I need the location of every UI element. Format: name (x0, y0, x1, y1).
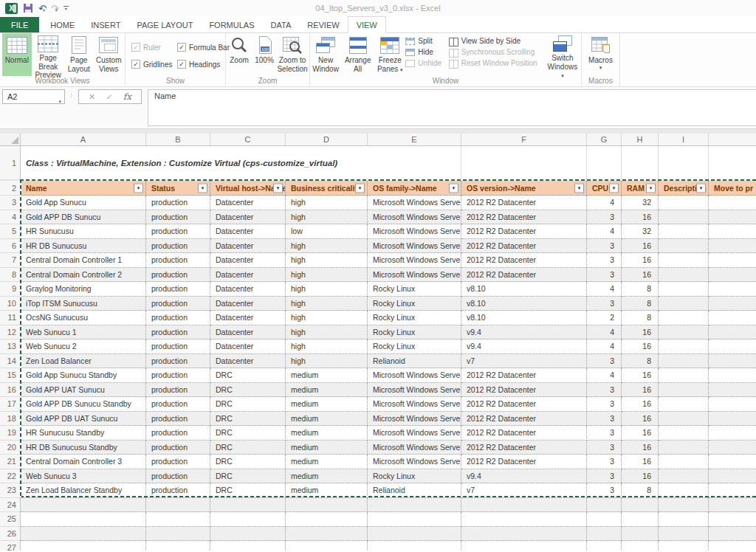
cell[interactable] (659, 239, 709, 254)
cell[interactable]: high (286, 311, 368, 325)
cell[interactable]: Datacenter (210, 210, 286, 225)
cell[interactable]: medium (286, 397, 368, 412)
cell[interactable] (709, 383, 756, 398)
cell[interactable] (461, 541, 587, 551)
cell[interactable] (709, 441, 756, 455)
cell[interactable]: 3 (587, 426, 622, 441)
cell[interactable]: 3 (587, 441, 622, 455)
row-number[interactable]: 19 (0, 426, 21, 441)
column-header-f[interactable]: F (461, 134, 587, 145)
cell[interactable] (210, 527, 286, 542)
sheet-title-cell[interactable]: Class : VirtualMachine, Extension : Cust… (21, 146, 368, 180)
cell[interactable]: 3 (587, 455, 622, 469)
cell[interactable] (659, 512, 709, 527)
cell[interactable] (587, 498, 622, 513)
filter-button[interactable]: ▼ (609, 183, 619, 193)
cell[interactable]: medium (286, 368, 368, 383)
cell[interactable]: 3 (587, 383, 622, 398)
cell[interactable]: Gold APP UAT Sunucu (21, 383, 146, 398)
cell[interactable] (146, 527, 210, 542)
cell[interactable] (146, 541, 210, 551)
row-number[interactable]: 27 (0, 541, 21, 551)
cell[interactable] (659, 311, 709, 325)
tab-data[interactable]: DATA (263, 17, 300, 32)
cell[interactable]: Rocky Linux (368, 282, 461, 297)
column-header-h[interactable]: H (622, 134, 659, 145)
cell[interactable]: Microsoft Windows Server (368, 210, 461, 225)
cell[interactable]: production (146, 224, 210, 239)
cell[interactable] (368, 541, 461, 551)
cell[interactable] (587, 146, 622, 180)
row-number[interactable]: 9 (0, 282, 21, 297)
cell[interactable] (709, 397, 756, 412)
cell[interactable] (368, 512, 461, 527)
row-number[interactable]: 17 (0, 397, 21, 412)
row-number[interactable]: 16 (0, 383, 21, 398)
tab-page-layout[interactable]: PAGE LAYOUT (128, 17, 201, 32)
cell[interactable]: production (146, 368, 210, 383)
cell[interactable] (659, 253, 709, 268)
cell[interactable]: Datacenter (210, 253, 286, 268)
cell[interactable]: 4 (587, 325, 622, 340)
cell[interactable]: 3 (587, 412, 622, 427)
cell[interactable]: high (286, 297, 368, 311)
cell[interactable]: production (146, 426, 210, 441)
cell[interactable]: 4 (587, 224, 622, 239)
excel-app-icon[interactable]: X (5, 3, 18, 14)
cell[interactable]: 16 (622, 469, 659, 484)
filter-button[interactable]: ▼ (696, 183, 706, 193)
cell[interactable]: Microsoft Windows Server (368, 397, 461, 412)
cell[interactable]: Datacenter (210, 282, 286, 297)
cell[interactable] (622, 498, 659, 513)
insert-function-icon[interactable]: fx (123, 92, 131, 102)
cell[interactable]: Gold App Sunucu (21, 196, 146, 210)
cell[interactable]: Microsoft Windows Server (368, 412, 461, 427)
row-number[interactable]: 6 (0, 239, 21, 254)
cell[interactable]: 4 (587, 282, 622, 297)
name-box-dropdown-icon[interactable]: ▾ (58, 95, 61, 108)
tab-home[interactable]: HOME (42, 17, 83, 32)
filter-button[interactable]: ▼ (273, 183, 283, 193)
cell[interactable]: 4 (587, 368, 622, 383)
cell[interactable] (659, 224, 709, 239)
cell[interactable] (709, 253, 756, 268)
cell[interactable] (622, 512, 659, 527)
cell[interactable] (709, 426, 756, 441)
row-number[interactable]: 1 (0, 146, 21, 180)
cell[interactable] (709, 498, 756, 513)
custom-views-button[interactable]: Custom Views (93, 33, 125, 76)
cell[interactable]: HR DB Sunucusu Standby (21, 441, 146, 455)
cell[interactable] (659, 383, 709, 398)
cell[interactable]: 2012 R2 Datacenter (461, 441, 587, 455)
header-cell-name[interactable]: Name▼ (21, 181, 146, 196)
filter-button[interactable]: ▼ (198, 183, 207, 193)
select-all-corner[interactable] (0, 134, 21, 145)
cell[interactable]: Datacenter (210, 224, 286, 239)
cell[interactable]: 2012 R2 Datacenter (461, 268, 587, 283)
cell[interactable]: Relianoid (368, 354, 461, 369)
normal-view-button[interactable]: Normal (2, 33, 32, 76)
cell[interactable] (368, 498, 461, 513)
cell[interactable] (709, 282, 756, 297)
column-header[interactable] (709, 134, 756, 145)
cell[interactable] (286, 527, 368, 542)
cell[interactable]: 2012 R2 Datacenter (461, 253, 587, 268)
page-layout-button[interactable]: Page Layout (65, 33, 93, 76)
cell[interactable] (461, 146, 587, 180)
undo-button[interactable]: ↶▾ (38, 1, 45, 15)
header-cell-description[interactable]: Description▼ (659, 181, 709, 196)
cell[interactable]: DRC (210, 441, 286, 455)
cell[interactable]: 8 (622, 297, 659, 311)
cell[interactable]: high (286, 354, 368, 369)
cell[interactable] (709, 368, 756, 383)
hide-button[interactable]: Hide (405, 48, 448, 56)
cell[interactable] (709, 541, 756, 551)
row-number[interactable]: 20 (0, 441, 21, 455)
row-number[interactable]: 23 (0, 483, 21, 498)
filter-button[interactable]: ▼ (646, 183, 656, 193)
cell[interactable] (146, 498, 210, 513)
cell[interactable]: production (146, 455, 210, 469)
cell[interactable]: medium (286, 441, 368, 455)
cell[interactable] (461, 527, 587, 542)
column-header-a[interactable]: A (21, 134, 146, 145)
